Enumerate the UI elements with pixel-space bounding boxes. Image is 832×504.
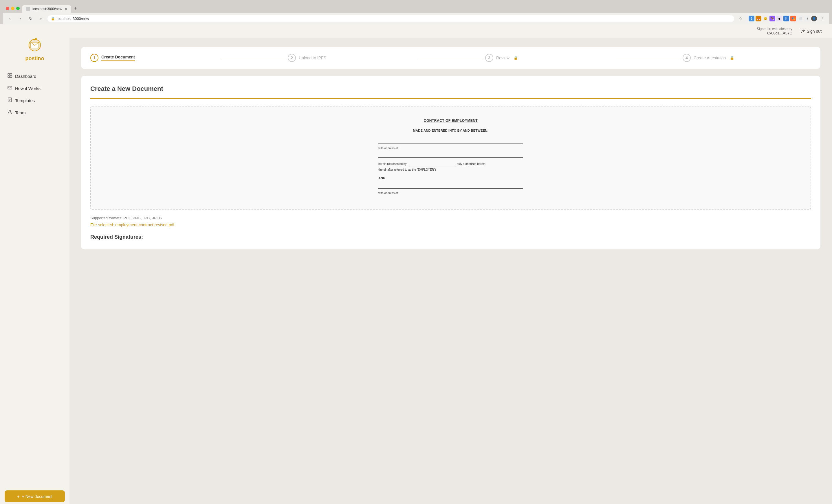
- app-container: postino Dashboard: [0, 24, 832, 504]
- doc-represented-text: herein represented by duly authorized he…: [379, 162, 523, 166]
- doc-field-label-1: with address at:: [379, 146, 523, 151]
- document-divider: [90, 98, 811, 99]
- menu-button[interactable]: ⋮: [818, 15, 826, 23]
- doc-line-2: [379, 153, 523, 158]
- doc-line-1: [379, 139, 523, 144]
- sidebar-item-templates[interactable]: Templates: [3, 95, 66, 106]
- tab-favicon: [26, 7, 30, 11]
- doc-field-label-2: with address at:: [379, 191, 523, 195]
- sign-out-icon: [801, 28, 805, 34]
- sidebar-item-label-how-it-works: How it Works: [15, 86, 41, 91]
- dashboard-icon: [7, 73, 12, 79]
- new-doc-label: + New document: [22, 494, 52, 499]
- step-1[interactable]: 1 Create Document: [90, 54, 219, 62]
- header-bar: Signed in with alchemy 0x00d1...A57C Sig…: [70, 24, 832, 38]
- bookmark-button[interactable]: ☆: [736, 15, 745, 23]
- traffic-lights: [6, 7, 20, 10]
- step-1-label: Create Document: [101, 55, 135, 61]
- nav-items: Dashboard How it Works: [0, 70, 70, 118]
- maximize-button[interactable]: [16, 7, 20, 10]
- sidebar-item-how-it-works[interactable]: How it Works: [3, 82, 66, 94]
- step-4-number: 4: [683, 54, 691, 62]
- logo-icon: [26, 36, 44, 53]
- minimize-button[interactable]: [11, 7, 15, 10]
- profile-icon[interactable]: 👤: [811, 16, 817, 21]
- logo-text: postino: [25, 56, 44, 62]
- back-button[interactable]: ‹: [6, 15, 14, 23]
- doc-line-3: [379, 184, 523, 189]
- file-selected: File selected: employment-contract-revis…: [90, 222, 811, 227]
- svg-rect-6: [10, 76, 12, 78]
- main-content: Signed in with alchemy 0x00d1...A57C Sig…: [70, 24, 832, 504]
- supported-formats: Supported formats: PDF, PNG, JPG, JPEG: [90, 216, 811, 220]
- wallet-address: 0x00d1...A57C: [757, 31, 792, 35]
- ext-icon-6[interactable]: K: [783, 16, 789, 21]
- step-divider-1: [221, 58, 285, 58]
- refresh-button[interactable]: ↻: [27, 15, 35, 23]
- step-3-number: 3: [485, 54, 493, 62]
- document-preview[interactable]: CONTRACT OF EMPLOYMENT MADE AND ENTERED …: [90, 106, 811, 210]
- ext-icon-8[interactable]: ⬜: [797, 16, 803, 21]
- extension-icons: 1 🦊 😊 🪶 ◆ K 🎭 ⬜ ⬇ 👤 ⋮: [749, 15, 826, 23]
- step-divider-2: [419, 58, 483, 58]
- downloads-icon[interactable]: ⬇: [804, 16, 810, 21]
- sidebar-item-label-team: Team: [15, 110, 26, 115]
- sidebar-item-dashboard[interactable]: Dashboard: [3, 70, 66, 82]
- address-text: localhost:3000/new: [57, 17, 89, 21]
- sidebar: postino Dashboard: [0, 24, 70, 504]
- ext-icon-7[interactable]: 🎭: [790, 16, 796, 21]
- step-3-label: Review: [496, 56, 510, 60]
- address-bar[interactable]: 🔒 localhost:3000/new: [48, 15, 734, 22]
- active-tab[interactable]: localhost:3000/new ✕: [22, 5, 71, 13]
- sign-out-label: Sign out: [807, 29, 822, 33]
- step-2[interactable]: 2 Upload to IPFS: [288, 54, 416, 62]
- new-doc-plus-icon: +: [17, 494, 20, 499]
- doc-and-text: AND: [379, 176, 523, 181]
- ext-icon-2[interactable]: 🦊: [756, 16, 761, 21]
- document-card: Create a New Document CONTRACT OF EMPLOY…: [81, 76, 821, 249]
- close-button[interactable]: [6, 7, 9, 10]
- how-it-works-icon: [7, 85, 12, 91]
- logo-area: postino: [0, 30, 70, 70]
- sidebar-item-label-templates: Templates: [15, 98, 35, 103]
- step-1-number: 1: [90, 54, 98, 62]
- doc-subtitle: MADE AND ENTERED INTO BY AND BETWEEN:: [379, 128, 523, 133]
- tab-close-button[interactable]: ✕: [64, 7, 67, 11]
- browser-tabs: localhost:3000/new ✕ +: [22, 4, 80, 13]
- ext-icon-3[interactable]: 😊: [762, 16, 768, 21]
- step-2-label: Upload to IPFS: [299, 56, 326, 60]
- svg-rect-4: [10, 74, 12, 75]
- home-button[interactable]: ⌂: [37, 15, 45, 23]
- templates-icon: [7, 98, 12, 103]
- step-4: 4 Create Attestation 🔒: [683, 54, 811, 62]
- ext-icon-4[interactable]: 🪶: [770, 16, 775, 21]
- new-tab-button[interactable]: +: [71, 4, 80, 13]
- ext-icon-5[interactable]: ◆: [776, 16, 782, 21]
- document-card-title: Create a New Document: [90, 85, 811, 92]
- required-signatures-label: Required Signatures:: [90, 234, 811, 240]
- doc-employer-ref: (hereinafter referred to as the "EMPLOYE…: [379, 167, 523, 172]
- doc-content: CONTRACT OF EMPLOYMENT MADE AND ENTERED …: [379, 118, 523, 195]
- step-4-lock-icon: 🔒: [730, 56, 734, 60]
- sidebar-item-team[interactable]: Team: [3, 107, 66, 118]
- sidebar-item-label-dashboard: Dashboard: [15, 74, 36, 79]
- steps-container: 1 Create Document 2 Upload to IPFS 3: [81, 47, 821, 69]
- step-divider-3: [616, 58, 680, 58]
- new-document-button[interactable]: + + New document: [5, 490, 65, 502]
- step-2-number: 2: [288, 54, 296, 62]
- svg-rect-5: [8, 76, 9, 78]
- forward-button[interactable]: ›: [16, 15, 24, 23]
- signed-in-label: Signed in with alchemy: [757, 27, 792, 31]
- sign-out-button[interactable]: Sign out: [797, 27, 825, 35]
- ext-icon-1[interactable]: 1: [749, 16, 754, 21]
- svg-rect-3: [8, 74, 9, 75]
- step-4-label: Create Attestation: [694, 56, 726, 60]
- svg-rect-7: [8, 86, 12, 89]
- browser-actions: ☆: [736, 15, 745, 23]
- browser-chrome: localhost:3000/new ✕ + ‹ › ↻ ⌂ 🔒 localho…: [0, 0, 832, 24]
- content-area: 1 Create Document 2 Upload to IPFS 3: [70, 38, 832, 504]
- step-3-lock-icon: 🔒: [514, 56, 518, 60]
- svg-point-12: [9, 110, 11, 112]
- team-icon: [7, 110, 12, 115]
- lock-icon: 🔒: [51, 17, 55, 21]
